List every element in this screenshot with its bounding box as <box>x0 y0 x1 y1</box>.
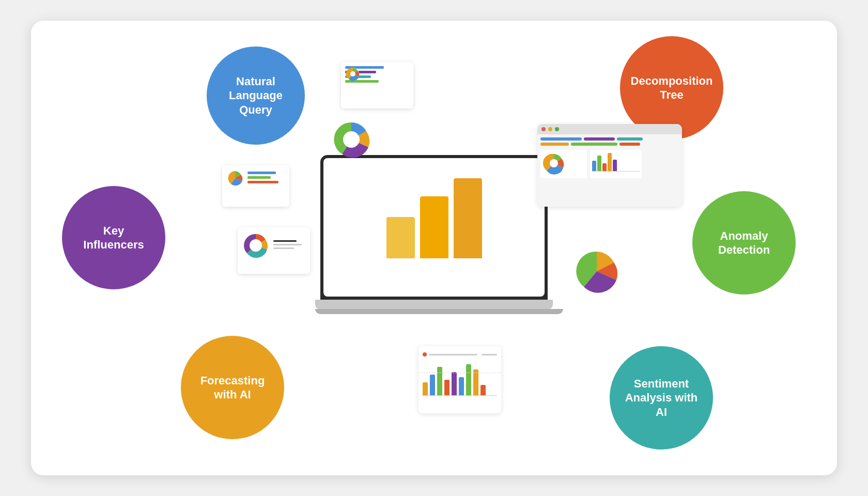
rcll-2 <box>273 244 302 245</box>
mb-3 <box>602 163 607 171</box>
dash-bar-blue-1 <box>540 137 582 141</box>
rcll-1 <box>273 240 297 242</box>
laptop-foot <box>315 309 563 314</box>
bfb-1 <box>423 382 428 395</box>
dash-dot-yellow <box>548 127 552 131</box>
bar-float-legend <box>423 352 497 357</box>
bfb-6 <box>459 377 464 395</box>
pie-top-center-svg <box>331 119 372 160</box>
dash-bar-teal-1 <box>617 137 643 141</box>
laptop <box>315 155 553 341</box>
mb-2 <box>597 156 601 171</box>
mb-4 <box>608 153 612 171</box>
dashboard-mock <box>537 124 682 207</box>
pie-float-right <box>574 248 620 297</box>
dash-dot-green <box>555 127 559 131</box>
bfb-5 <box>452 372 457 395</box>
circle-nlq[interactable]: Natural Language Query <box>207 47 305 145</box>
report-mid-left-lines <box>247 172 278 185</box>
circle-key[interactable]: Key Influencers <box>62 186 165 289</box>
rcml-2 <box>247 176 271 179</box>
circle-forecast[interactable]: Forecasting with AI <box>181 336 284 439</box>
circle-sentiment[interactable]: Sentiment Analysis with AI <box>610 346 713 450</box>
rcml-3 <box>247 181 278 183</box>
dash-bar-orange-1 <box>540 143 569 146</box>
dash-mini-left <box>540 150 587 178</box>
svg-point-5 <box>350 71 355 76</box>
dash-bar-green-1 <box>571 143 617 146</box>
bfb-9 <box>481 385 486 395</box>
svg-point-11 <box>343 131 360 148</box>
dash-row-1 <box>540 137 679 141</box>
report-pie-top <box>345 66 361 82</box>
main-card: Natural Language Query Decomposition Tre… <box>31 21 837 475</box>
circle-anomaly[interactable]: Anomaly Detection <box>692 191 796 295</box>
bfb-2 <box>430 375 435 395</box>
report-pie-mid <box>226 169 244 188</box>
bfb-3 <box>437 367 442 395</box>
dash-bar-purple-1 <box>584 137 615 141</box>
dash-mini-bars <box>592 152 640 172</box>
dash-bar-red-1 <box>619 143 640 146</box>
bar-float-bars <box>423 360 497 396</box>
report-card-top <box>341 62 413 109</box>
report-mid-left-content <box>226 169 285 188</box>
pie-right-svg <box>574 248 620 295</box>
pie-float-top-center <box>331 119 372 162</box>
decomp-label: Decomposition Tree <box>630 74 713 102</box>
bfb-4 <box>444 380 450 395</box>
dash-pie-svg <box>542 152 571 175</box>
pbi-bar-3 <box>454 178 482 258</box>
mb-5 <box>613 160 617 171</box>
nlq-label: Natural Language Query <box>217 74 295 117</box>
rcml-1 <box>247 172 276 174</box>
pbi-bars <box>376 186 492 269</box>
sentiment-label: Sentiment Analysis with AI <box>620 377 703 420</box>
legend-line <box>429 354 477 355</box>
bar-float-bottom <box>419 346 501 413</box>
dash-row-2 <box>540 143 679 146</box>
dash-charts-row <box>540 150 679 178</box>
dash-titlebar <box>537 124 682 134</box>
bfb-8 <box>473 369 478 395</box>
anomaly-label: Anomaly Detection <box>703 229 785 257</box>
report-lower-left-lines <box>273 240 302 251</box>
forecast-label: Forecasting with AI <box>191 374 274 402</box>
dash-mini-right <box>590 150 642 178</box>
dash-dot-red <box>541 127 546 131</box>
bfb-7 <box>466 364 471 395</box>
laptop-base <box>315 300 553 309</box>
grid-line-1 <box>419 372 501 373</box>
rcll-3 <box>273 247 294 249</box>
svg-point-8 <box>250 239 262 252</box>
key-label: Key Influencers <box>72 224 155 252</box>
dash-content <box>537 134 682 181</box>
report-card-mid-left <box>222 165 289 207</box>
pbi-bar-1 <box>386 217 415 258</box>
report-lower-left-content <box>242 231 306 260</box>
legend-line-2 <box>482 354 497 355</box>
svg-point-1 <box>550 159 558 167</box>
mb-1 <box>592 161 596 171</box>
report-card-lower-left <box>238 227 310 274</box>
legend-dot-red <box>423 352 427 357</box>
laptop-screen-inner <box>323 158 545 297</box>
pbi-bar-2 <box>420 196 448 258</box>
laptop-screen-outer <box>320 155 548 300</box>
report-donut-lower <box>242 231 270 260</box>
